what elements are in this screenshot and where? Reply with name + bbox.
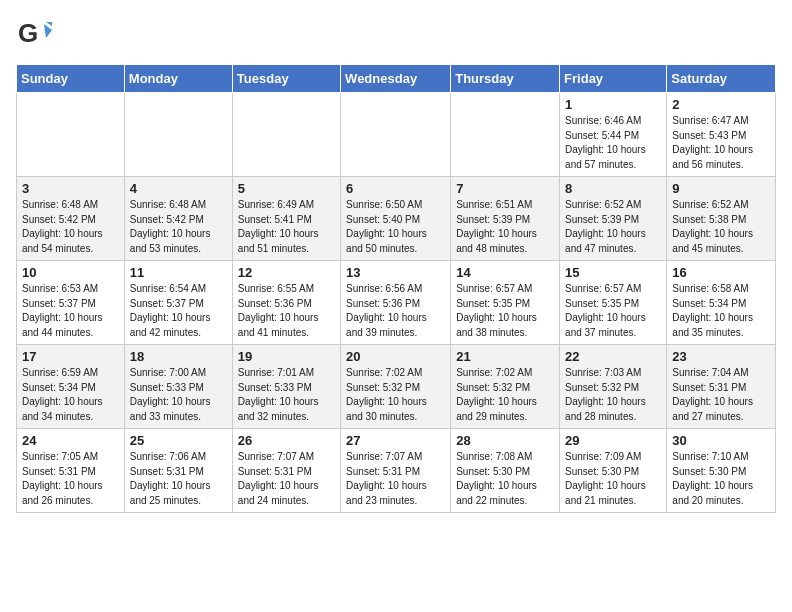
day-info: Sunrise: 6:59 AM Sunset: 5:34 PM Dayligh… [22,366,119,424]
day-info: Sunrise: 7:09 AM Sunset: 5:30 PM Dayligh… [565,450,661,508]
day-number: 3 [22,181,119,196]
day-number: 22 [565,349,661,364]
day-number: 9 [672,181,770,196]
day-number: 21 [456,349,554,364]
day-cell: 3Sunrise: 6:48 AM Sunset: 5:42 PM Daylig… [17,177,125,261]
day-cell [17,93,125,177]
day-info: Sunrise: 7:08 AM Sunset: 5:30 PM Dayligh… [456,450,554,508]
day-cell [451,93,560,177]
day-info: Sunrise: 6:58 AM Sunset: 5:34 PM Dayligh… [672,282,770,340]
day-number: 17 [22,349,119,364]
weekday-friday: Friday [560,65,667,93]
day-info: Sunrise: 7:07 AM Sunset: 5:31 PM Dayligh… [346,450,445,508]
day-cell: 30Sunrise: 7:10 AM Sunset: 5:30 PM Dayli… [667,429,776,513]
day-info: Sunrise: 7:07 AM Sunset: 5:31 PM Dayligh… [238,450,335,508]
day-cell: 5Sunrise: 6:49 AM Sunset: 5:41 PM Daylig… [232,177,340,261]
day-cell: 17Sunrise: 6:59 AM Sunset: 5:34 PM Dayli… [17,345,125,429]
day-number: 2 [672,97,770,112]
day-cell [232,93,340,177]
day-number: 18 [130,349,227,364]
day-cell: 4Sunrise: 6:48 AM Sunset: 5:42 PM Daylig… [124,177,232,261]
svg-text:G: G [18,18,38,48]
day-cell: 18Sunrise: 7:00 AM Sunset: 5:33 PM Dayli… [124,345,232,429]
day-cell [341,93,451,177]
day-number: 11 [130,265,227,280]
day-cell: 13Sunrise: 6:56 AM Sunset: 5:36 PM Dayli… [341,261,451,345]
day-number: 24 [22,433,119,448]
day-cell: 7Sunrise: 6:51 AM Sunset: 5:39 PM Daylig… [451,177,560,261]
day-number: 14 [456,265,554,280]
logo: G [16,16,56,52]
header: G [16,16,776,52]
day-info: Sunrise: 6:49 AM Sunset: 5:41 PM Dayligh… [238,198,335,256]
day-cell: 1Sunrise: 6:46 AM Sunset: 5:44 PM Daylig… [560,93,667,177]
day-cell: 10Sunrise: 6:53 AM Sunset: 5:37 PM Dayli… [17,261,125,345]
day-info: Sunrise: 6:52 AM Sunset: 5:39 PM Dayligh… [565,198,661,256]
day-number: 1 [565,97,661,112]
day-number: 27 [346,433,445,448]
weekday-saturday: Saturday [667,65,776,93]
day-info: Sunrise: 6:55 AM Sunset: 5:36 PM Dayligh… [238,282,335,340]
week-row-3: 10Sunrise: 6:53 AM Sunset: 5:37 PM Dayli… [17,261,776,345]
week-row-2: 3Sunrise: 6:48 AM Sunset: 5:42 PM Daylig… [17,177,776,261]
day-number: 8 [565,181,661,196]
day-number: 4 [130,181,227,196]
day-info: Sunrise: 7:10 AM Sunset: 5:30 PM Dayligh… [672,450,770,508]
day-cell: 11Sunrise: 6:54 AM Sunset: 5:37 PM Dayli… [124,261,232,345]
day-cell: 21Sunrise: 7:02 AM Sunset: 5:32 PM Dayli… [451,345,560,429]
day-cell: 2Sunrise: 6:47 AM Sunset: 5:43 PM Daylig… [667,93,776,177]
day-number: 12 [238,265,335,280]
week-row-4: 17Sunrise: 6:59 AM Sunset: 5:34 PM Dayli… [17,345,776,429]
day-info: Sunrise: 7:00 AM Sunset: 5:33 PM Dayligh… [130,366,227,424]
day-cell: 22Sunrise: 7:03 AM Sunset: 5:32 PM Dayli… [560,345,667,429]
day-number: 28 [456,433,554,448]
calendar-body: 1Sunrise: 6:46 AM Sunset: 5:44 PM Daylig… [17,93,776,513]
day-number: 16 [672,265,770,280]
weekday-header-row: SundayMondayTuesdayWednesdayThursdayFrid… [17,65,776,93]
day-info: Sunrise: 7:05 AM Sunset: 5:31 PM Dayligh… [22,450,119,508]
day-cell: 15Sunrise: 6:57 AM Sunset: 5:35 PM Dayli… [560,261,667,345]
day-cell: 14Sunrise: 6:57 AM Sunset: 5:35 PM Dayli… [451,261,560,345]
day-cell: 27Sunrise: 7:07 AM Sunset: 5:31 PM Dayli… [341,429,451,513]
day-info: Sunrise: 6:56 AM Sunset: 5:36 PM Dayligh… [346,282,445,340]
day-number: 19 [238,349,335,364]
day-number: 5 [238,181,335,196]
day-cell [124,93,232,177]
day-cell: 19Sunrise: 7:01 AM Sunset: 5:33 PM Dayli… [232,345,340,429]
day-cell: 26Sunrise: 7:07 AM Sunset: 5:31 PM Dayli… [232,429,340,513]
day-info: Sunrise: 6:53 AM Sunset: 5:37 PM Dayligh… [22,282,119,340]
day-info: Sunrise: 7:03 AM Sunset: 5:32 PM Dayligh… [565,366,661,424]
day-info: Sunrise: 7:06 AM Sunset: 5:31 PM Dayligh… [130,450,227,508]
day-number: 25 [130,433,227,448]
weekday-thursday: Thursday [451,65,560,93]
day-cell: 24Sunrise: 7:05 AM Sunset: 5:31 PM Dayli… [17,429,125,513]
day-info: Sunrise: 6:50 AM Sunset: 5:40 PM Dayligh… [346,198,445,256]
week-row-5: 24Sunrise: 7:05 AM Sunset: 5:31 PM Dayli… [17,429,776,513]
day-number: 29 [565,433,661,448]
day-info: Sunrise: 7:01 AM Sunset: 5:33 PM Dayligh… [238,366,335,424]
svg-marker-2 [46,22,52,26]
day-info: Sunrise: 6:47 AM Sunset: 5:43 PM Dayligh… [672,114,770,172]
day-number: 23 [672,349,770,364]
day-cell: 9Sunrise: 6:52 AM Sunset: 5:38 PM Daylig… [667,177,776,261]
day-info: Sunrise: 6:52 AM Sunset: 5:38 PM Dayligh… [672,198,770,256]
day-info: Sunrise: 6:48 AM Sunset: 5:42 PM Dayligh… [130,198,227,256]
day-number: 15 [565,265,661,280]
day-cell: 12Sunrise: 6:55 AM Sunset: 5:36 PM Dayli… [232,261,340,345]
day-number: 26 [238,433,335,448]
day-info: Sunrise: 6:57 AM Sunset: 5:35 PM Dayligh… [565,282,661,340]
calendar-header: SundayMondayTuesdayWednesdayThursdayFrid… [17,65,776,93]
day-info: Sunrise: 7:04 AM Sunset: 5:31 PM Dayligh… [672,366,770,424]
day-number: 20 [346,349,445,364]
weekday-tuesday: Tuesday [232,65,340,93]
day-cell: 8Sunrise: 6:52 AM Sunset: 5:39 PM Daylig… [560,177,667,261]
day-info: Sunrise: 6:54 AM Sunset: 5:37 PM Dayligh… [130,282,227,340]
day-cell: 25Sunrise: 7:06 AM Sunset: 5:31 PM Dayli… [124,429,232,513]
svg-marker-1 [44,24,52,38]
weekday-monday: Monday [124,65,232,93]
day-cell: 29Sunrise: 7:09 AM Sunset: 5:30 PM Dayli… [560,429,667,513]
day-info: Sunrise: 7:02 AM Sunset: 5:32 PM Dayligh… [346,366,445,424]
day-cell: 16Sunrise: 6:58 AM Sunset: 5:34 PM Dayli… [667,261,776,345]
day-number: 7 [456,181,554,196]
day-cell: 23Sunrise: 7:04 AM Sunset: 5:31 PM Dayli… [667,345,776,429]
